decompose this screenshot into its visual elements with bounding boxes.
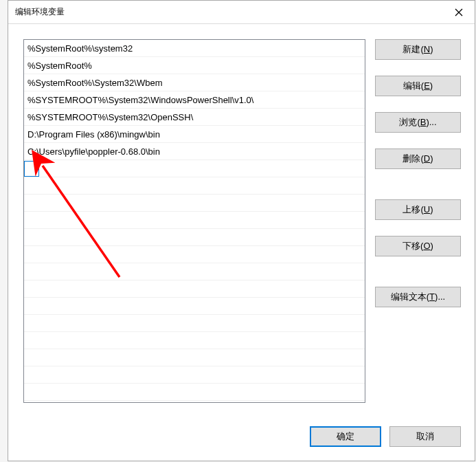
inline-edit-input[interactable] <box>24 161 39 177</box>
close-icon <box>455 8 463 16</box>
dialog-footer: 确定 取消 <box>23 411 461 447</box>
list-item[interactable]: %SYSTEMROOT%\System32\WindowsPowerShell\… <box>24 91 365 109</box>
browse-button[interactable]: 浏览(B)... <box>375 112 461 133</box>
list-item[interactable]: %SYSTEMROOT%\System32\OpenSSH\ <box>24 109 365 126</box>
dialog-content: %SystemRoot%\system32 %SystemRoot% %Syst… <box>8 24 475 461</box>
button-column: 新建(N) 编辑(E) 浏览(B)... 删除(D) 上移(U) 下移(O) 编… <box>375 39 461 411</box>
list-item[interactable]: %SystemRoot% <box>24 57 365 74</box>
cancel-button[interactable]: 取消 <box>389 426 461 447</box>
delete-button-label: 删除(D) <box>403 153 433 165</box>
ok-button[interactable]: 确定 <box>310 426 381 447</box>
movedown-button-label: 下移(O) <box>403 240 433 252</box>
list-item[interactable]: D:\Program Files (x86)\mingw\bin <box>24 126 365 143</box>
list-item-editing[interactable] <box>24 160 365 177</box>
browse-button-label: 浏览(B)... <box>399 116 436 129</box>
titlebar: 编辑环境变量 <box>8 1 475 24</box>
env-var-dialog: 编辑环境变量 %SystemRoot%\system32 %SystemRoot… <box>8 0 475 461</box>
edit-button-label: 编辑(E) <box>403 80 433 92</box>
moveup-button[interactable]: 上移(U) <box>375 199 461 220</box>
list-item[interactable]: %SystemRoot%\system32 <box>24 40 365 57</box>
new-button[interactable]: 新建(N) <box>375 39 461 60</box>
dialog-title: 编辑环境变量 <box>15 6 443 18</box>
edittext-button-label: 编辑文本(T)... <box>391 291 445 303</box>
movedown-button[interactable]: 下移(O) <box>375 236 461 256</box>
new-button-label: 新建(N) <box>403 43 433 56</box>
list-item[interactable]: %SystemRoot%\System32\Wbem <box>24 74 365 91</box>
path-listbox[interactable]: %SystemRoot%\system32 %SystemRoot% %Syst… <box>23 39 365 403</box>
delete-button[interactable]: 删除(D) <box>375 148 461 169</box>
list-item[interactable]: C:\Users\pyfile\poppler-0.68.0\bin <box>24 143 365 160</box>
close-button[interactable] <box>443 1 475 23</box>
moveup-button-label: 上移(U) <box>403 204 433 216</box>
edit-button[interactable]: 编辑(E) <box>375 76 461 96</box>
edittext-button[interactable]: 编辑文本(T)... <box>375 287 461 307</box>
